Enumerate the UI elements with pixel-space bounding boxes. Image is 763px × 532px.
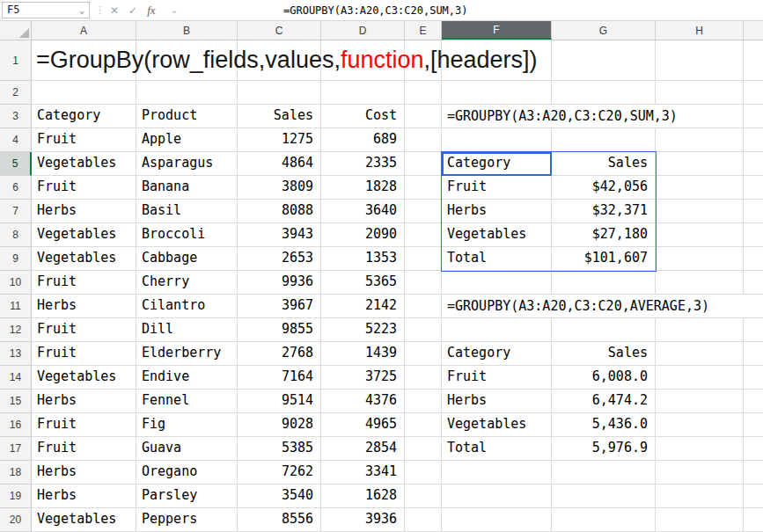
cell[interactable]: 2090 [321,223,405,247]
cell[interactable]: 7164 [238,366,321,390]
cell[interactable]: 3725 [321,366,405,390]
column-header-f[interactable]: F [442,21,552,40]
cell[interactable]: Herbs [32,485,136,508]
cell[interactable]: Vegetables [442,223,552,247]
cell[interactable] [552,81,656,105]
cell[interactable] [744,271,763,295]
cell[interactable] [405,342,442,366]
cell[interactable]: Dill [136,318,238,342]
cell[interactable] [744,40,763,81]
cell[interactable] [442,318,552,342]
cell[interactable]: 4864 [238,152,321,176]
cell[interactable]: Fruit [32,413,136,437]
cell[interactable] [744,437,763,461]
enter-icon[interactable]: ✓ [128,4,137,17]
cell[interactable]: Fruit [32,128,136,152]
cell[interactable]: $101,607 [552,247,656,271]
row-header[interactable]: 16 [0,413,32,437]
cell[interactable] [405,176,442,200]
cell[interactable]: 3540 [238,485,321,508]
cell[interactable] [405,128,442,152]
cell[interactable] [744,105,763,128]
cell[interactable] [405,318,442,342]
cell[interactable] [656,318,744,342]
cell[interactable]: Fruit [32,271,136,295]
cell[interactable]: Cost [321,105,405,128]
cell[interactable] [744,461,763,485]
cell[interactable]: Cherry [136,271,238,295]
row-header[interactable]: 4 [0,128,32,152]
cell[interactable] [744,318,763,342]
cell[interactable]: Total [442,437,552,461]
row-header[interactable]: 3 [0,105,32,128]
cell[interactable] [405,223,442,247]
row-header[interactable]: 6 [0,176,32,200]
column-header-g[interactable]: G [552,21,656,40]
cell[interactable] [744,390,763,413]
cell[interactable] [552,318,656,342]
cell[interactable]: Vegetables [32,152,136,176]
cell[interactable]: Product [136,105,238,128]
cell[interactable]: Herbs [32,461,136,485]
cell[interactable]: Herbs [32,390,136,413]
row-header[interactable]: 1 [0,40,32,81]
cell[interactable] [405,152,442,176]
cell-f11-groupby-average-formula-text[interactable]: =GROUPBY(A3:A20,C3:C20,AVERAGE,3) [443,295,751,317]
cell[interactable] [405,105,442,128]
cell[interactable]: 9936 [238,271,321,295]
cell[interactable] [136,81,238,105]
cell[interactable] [744,128,763,152]
cell[interactable] [744,342,763,366]
cell[interactable] [744,366,763,390]
cell[interactable] [744,152,763,176]
row-header[interactable]: 9 [0,247,32,271]
cell[interactable] [656,342,744,366]
cell[interactable]: Cilantro [136,295,238,318]
cell[interactable]: Elderberry [136,342,238,366]
cell[interactable]: Parsley [136,485,238,508]
cell[interactable] [552,508,656,532]
cell[interactable] [442,271,552,295]
cell[interactable] [442,128,552,152]
cell[interactable] [405,390,442,413]
name-box[interactable]: F5 ⌄ [2,2,90,18]
row-header[interactable]: 2 [0,81,32,105]
cell[interactable]: 1828 [321,176,405,200]
cell[interactable] [656,366,744,390]
cell[interactable] [656,223,744,247]
cell[interactable]: Category [442,342,552,366]
cell[interactable]: 7262 [238,461,321,485]
cell[interactable]: Vegetables [32,247,136,271]
cell[interactable] [656,508,744,532]
cancel-icon[interactable]: ✕ [110,4,119,17]
cell[interactable]: 9514 [238,390,321,413]
cell[interactable]: Vegetables [32,366,136,390]
cell[interactable]: 3809 [238,176,321,200]
row-header[interactable]: 7 [0,200,32,223]
cell[interactable]: Guava [136,437,238,461]
cell[interactable]: 8088 [238,200,321,223]
cell[interactable]: Peppers [136,508,238,532]
cell[interactable] [656,271,744,295]
cell[interactable]: Fig [136,413,238,437]
cell[interactable]: Fruit [442,176,552,200]
cell[interactable] [405,271,442,295]
cell[interactable]: Sales [238,105,321,128]
row-header[interactable]: 18 [0,461,32,485]
row-header[interactable]: 11 [0,295,32,318]
cell[interactable] [321,81,405,105]
cell[interactable] [744,413,763,437]
cell[interactable]: 5223 [321,318,405,342]
cell[interactable]: Banana [136,176,238,200]
cell[interactable] [405,366,442,390]
cell[interactable] [552,128,656,152]
cell[interactable]: 5365 [321,271,405,295]
cell[interactable] [656,485,744,508]
cell[interactable] [442,81,552,105]
cell[interactable]: 4376 [321,390,405,413]
cell[interactable]: 6,008.0 [552,366,656,390]
cell[interactable] [656,200,744,223]
cell[interactable]: 3943 [238,223,321,247]
column-header-h[interactable]: H [656,21,744,40]
cell[interactable]: Fruit [32,318,136,342]
